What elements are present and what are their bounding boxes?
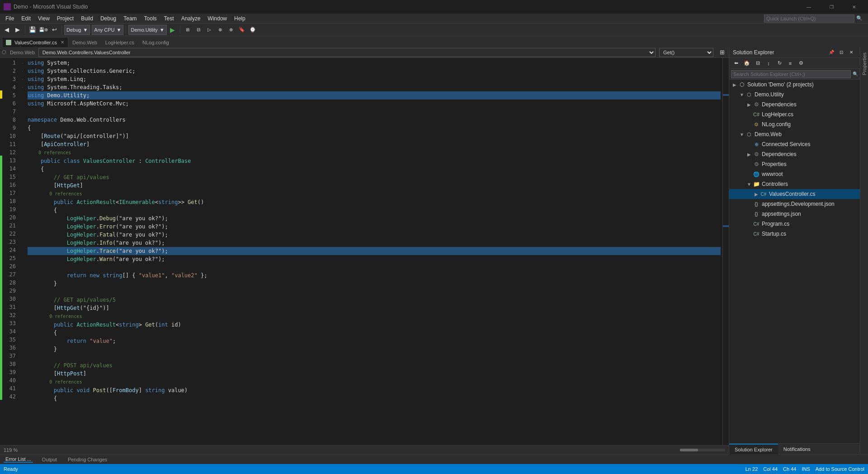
class-selector[interactable]: Demo.Web.Controllers.ValuesController: [38, 48, 656, 57]
bp-tab-errorlist[interactable]: Error List ...: [4, 456, 33, 463]
code-line-11: [ApiController]: [28, 140, 721, 148]
minimize-button[interactable]: —: [798, 0, 819, 14]
code-line-31: {: [28, 329, 721, 337]
code-line-ref1: 0 references: [28, 148, 721, 157]
code-line-14: // GET api/values: [28, 173, 721, 181]
menu-build[interactable]: Build: [77, 14, 97, 24]
menu-debug[interactable]: Debug: [97, 14, 120, 24]
tree-startup[interactable]: C# Startup.cs: [729, 229, 860, 239]
start-project-dropdown[interactable]: Demo.Utility ▼: [128, 25, 166, 35]
editor-nav: ⬡ Demo.Web Demo.Web.Controllers.ValuesCo…: [0, 47, 729, 58]
menu-edit[interactable]: Edit: [18, 14, 34, 24]
overview-ruler: [722, 58, 729, 445]
tree-demo-web[interactable]: ▼ ⬡ Demo.Web: [729, 129, 860, 139]
maximize-button[interactable]: ❐: [821, 0, 842, 14]
platform-dropdown[interactable]: Any CPU ▼: [92, 25, 123, 35]
right-sidebar: Properties: [860, 47, 868, 454]
code-line-ref3: 0 references: [28, 312, 721, 321]
tb-debug1[interactable]: ⊞: [183, 25, 193, 35]
tab-demoweb[interactable]: Demo.Web: [68, 37, 101, 47]
se-expand-button[interactable]: ⊡: [836, 47, 846, 57]
tree-utility-dependencies[interactable]: ▶ ⚙ Dependencies: [729, 100, 860, 109]
code-line-32: return "value";: [28, 337, 721, 345]
tree-properties[interactable]: ⚙ Properties: [729, 159, 860, 169]
se-tab-notifications[interactable]: Notifications: [778, 444, 816, 455]
bp-tab-output[interactable]: Output: [40, 457, 59, 462]
tree-connected-services[interactable]: ⊕ Connected Services: [729, 139, 860, 149]
add-to-source-control[interactable]: Add to Source Control: [816, 466, 864, 472]
se-tb-collapse[interactable]: ⊟: [753, 58, 763, 68]
tb-debug2[interactable]: ⊟: [193, 25, 203, 35]
tab-loghelper[interactable]: LogHelper.cs: [101, 37, 138, 47]
se-search-input[interactable]: [731, 70, 851, 78]
tb-debug5[interactable]: ⊕: [226, 25, 236, 35]
tree-controllers[interactable]: ▼ 📁 Controllers: [729, 179, 860, 189]
menu-project[interactable]: Project: [53, 14, 77, 24]
tb-debug3[interactable]: ▷: [204, 25, 214, 35]
menu-tools[interactable]: Tools: [141, 14, 160, 24]
tb-bkmark[interactable]: 🔖: [237, 25, 247, 35]
tree-web-dependencies[interactable]: ▶ ⚙ Dependencies: [729, 149, 860, 159]
debug-config-dropdown[interactable]: Debug ▼: [64, 25, 90, 35]
tree-program[interactable]: C# Program.cs: [729, 219, 860, 229]
code-line-24: [28, 263, 721, 271]
menu-team[interactable]: Team: [120, 14, 140, 24]
tab-nlogconfig[interactable]: NLog.config: [138, 37, 173, 47]
se-tb-filter[interactable]: ≡: [785, 58, 795, 68]
appsettings-dev-icon: {}: [753, 200, 760, 208]
menu-view[interactable]: View: [34, 14, 53, 24]
tab-icon-cs: [6, 40, 11, 45]
tb-save-all[interactable]: 💾⊕: [38, 25, 48, 35]
se-tb-settings[interactable]: ⚙: [796, 58, 806, 68]
se-tb-btn1[interactable]: ⬅: [731, 58, 741, 68]
nlog-label: NLog.config: [762, 121, 791, 128]
tree-wwwroot[interactable]: 🌐 wwwroot: [729, 169, 860, 179]
tree-demo-utility[interactable]: ▼ ⬡ Demo.Utility: [729, 90, 860, 100]
expand-editor[interactable]: ⊞: [717, 47, 727, 57]
se-pin-button[interactable]: 📌: [826, 47, 836, 57]
tb-forward[interactable]: ▶: [13, 25, 23, 35]
code-line-13: {: [28, 165, 721, 173]
status-bar: Ready Ln 22 Col 44 Ch 44 INS Add to Sour…: [0, 464, 868, 474]
member-selector[interactable]: Get(): [659, 48, 713, 57]
tree-valuescontroller[interactable]: ▶ C# ValuesController.cs: [729, 189, 860, 199]
web-project-icon: ⬡: [745, 131, 753, 138]
menu-window[interactable]: Window: [204, 14, 231, 24]
properties-panel-tab[interactable]: Properties: [861, 49, 868, 79]
tb-back[interactable]: ◀: [2, 25, 12, 35]
tab-valuescontroller[interactable]: ValuesController.cs ✕: [2, 37, 68, 47]
tree-solution[interactable]: ▶ ⬡ Solution 'Demo' (2 projects): [729, 80, 860, 90]
menu-test[interactable]: Test: [160, 14, 178, 24]
tab-close-0[interactable]: ✕: [61, 40, 64, 45]
tree-loghelper[interactable]: C# LogHelper.cs: [729, 109, 860, 119]
code-line-20: LogHelper.Fatal("are you ok?");: [28, 231, 721, 239]
se-tb-btn2[interactable]: 🏠: [742, 58, 752, 68]
title-bar: Demo - Microsoft Visual Studio — ❐ ✕: [0, 0, 868, 14]
tb-start[interactable]: ▶: [168, 25, 178, 35]
toolbar: ◀ ▶ 💾 💾⊕ ↩ Debug ▼ Any CPU ▼ Demo.Utilit…: [0, 24, 868, 36]
menu-analyze[interactable]: Analyze: [178, 14, 204, 24]
horizontal-scrollbar[interactable]: [680, 449, 725, 451]
window-controls[interactable]: — ❐ ✕: [798, 0, 864, 14]
se-search: 🔍: [729, 69, 860, 80]
code-content[interactable]: using System; using System.Collections.G…: [26, 58, 722, 445]
code-line-21: LogHelper.Info("are you ok?");: [28, 239, 721, 247]
se-tb-refresh[interactable]: ↻: [774, 58, 784, 68]
status-ready: Ready: [4, 466, 18, 472]
se-close-button[interactable]: ✕: [846, 47, 856, 57]
se-tab-solution-explorer[interactable]: Solution Explorer: [729, 444, 778, 455]
bp-tab-pending[interactable]: Pending Changes: [66, 457, 109, 462]
tb-bkmark2[interactable]: ⌚: [248, 25, 258, 35]
se-tb-pending[interactable]: ↕: [764, 58, 774, 68]
tree-appsettings-dev[interactable]: {} appsettings.Development.json: [729, 199, 860, 209]
tree-nlogconfig[interactable]: ⚙ NLog.config: [729, 119, 860, 129]
tb-save[interactable]: 💾: [28, 25, 38, 35]
tree-appsettings[interactable]: {} appsettings.json: [729, 209, 860, 219]
menu-help[interactable]: Help: [231, 14, 249, 24]
quick-launch-input[interactable]: [764, 14, 854, 23]
close-button[interactable]: ✕: [844, 0, 864, 14]
tb-debug4[interactable]: ⊗: [215, 25, 225, 35]
tb-undo[interactable]: ↩: [49, 25, 59, 35]
menu-file[interactable]: File: [2, 14, 18, 24]
web-expander: ▼: [738, 132, 745, 137]
